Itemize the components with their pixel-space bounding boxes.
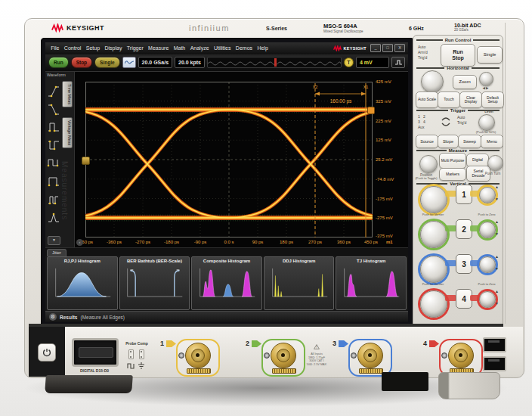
- single-button-hw[interactable]: Single: [477, 46, 503, 64]
- ch1-scale-knob[interactable]: [420, 186, 447, 213]
- channel1-ground-marker[interactable]: [82, 157, 90, 165]
- y-axis-label: -74.8 mV: [376, 177, 394, 182]
- single-button[interactable]: Single: [94, 57, 120, 68]
- screen: File Control Setup Display Trigger Measu…: [45, 42, 408, 322]
- ch2-offset-knob[interactable]: [479, 222, 496, 238]
- marker-x2-label[interactable]: X2: [313, 85, 318, 89]
- right-foot: [438, 372, 500, 399]
- probe-comp-pin[interactable]: [139, 349, 144, 359]
- zoom-button[interactable]: Zoom: [453, 75, 477, 89]
- memory-depth-field[interactable]: 20.0 kpts: [175, 57, 205, 68]
- horizontal-position-knob[interactable]: [421, 70, 444, 93]
- measure-entry-knob[interactable]: [487, 155, 503, 171]
- panel-composite-histogram[interactable]: Composite Histogram: [191, 256, 262, 310]
- close-button[interactable]: X: [394, 44, 405, 52]
- ch3-scale-knob[interactable]: [420, 256, 447, 283]
- power-button[interactable]: [38, 343, 56, 362]
- usb-port-top[interactable]: [483, 337, 506, 352]
- measure-position-knob[interactable]: [419, 155, 438, 173]
- menu-setup[interactable]: Setup: [84, 45, 103, 51]
- tab-jitter[interactable]: Jitter: [47, 249, 66, 256]
- sidebar-collapse-button[interactable]: ‹: [76, 239, 83, 246]
- gear-icon[interactable]: ⚙: [49, 313, 57, 321]
- waveform-plot-area[interactable]: X2 X1 160.00 ps 425 mV 325 mV 225 mV 125…: [75, 72, 408, 247]
- menu-help[interactable]: Help: [255, 45, 271, 51]
- keysight-spark-icon: [51, 23, 63, 33]
- menu-measure[interactable]: Measure: [146, 45, 172, 51]
- ch2-bnc-input[interactable]: [261, 339, 305, 377]
- panel-ddj-histogram[interactable]: DDJ Histogram: [264, 256, 335, 310]
- ch2-scale-knob[interactable]: [420, 221, 447, 248]
- ch1-up-icon: ▲: [495, 185, 499, 189]
- probe-comp-pin[interactable]: [128, 349, 134, 359]
- menu-bar: File Control Setup Display Trigger Measu…: [45, 42, 408, 54]
- trigger-slope-button[interactable]: Slope: [438, 135, 459, 148]
- usb-port-bottom[interactable]: [483, 356, 506, 371]
- horizontal-position-strip[interactable]: [207, 57, 342, 68]
- waveform-preview-button[interactable]: [122, 57, 136, 68]
- menu-display[interactable]: Display: [102, 45, 124, 51]
- horizontal-header: Horizontal: [447, 66, 469, 70]
- default-setup-button[interactable]: Default Setup: [481, 92, 504, 108]
- ch2-up-icon: ▲: [495, 219, 499, 224]
- ch4-bnc-input[interactable]: [439, 339, 483, 377]
- warning-mark: !: [316, 346, 317, 349]
- panel-rjpj-histogram[interactable]: RJ,PJ Histogram: [47, 256, 118, 310]
- sidebar-scroll-down-button[interactable]: ▼: [48, 236, 60, 245]
- menu-demos[interactable]: Demos: [234, 45, 255, 51]
- y-axis-label: 225 mV: [376, 119, 391, 123]
- ch4-scale-knob[interactable]: [420, 290, 447, 318]
- ch1-bnc-input[interactable]: [176, 339, 220, 377]
- digital-connector[interactable]: [72, 338, 119, 367]
- usb-ports[interactable]: [483, 337, 506, 375]
- ch4-offset-knob[interactable]: [479, 291, 496, 308]
- ch2-down-icon: ▼: [495, 231, 499, 236]
- trigger-source-button[interactable]: Source: [416, 135, 438, 148]
- minimize-button[interactable]: _: [370, 44, 381, 52]
- marker-handle[interactable]: [367, 107, 375, 114]
- horizontal-scale-knob[interactable]: [479, 72, 493, 86]
- menu-trigger[interactable]: Trigger: [125, 45, 146, 51]
- stop-button[interactable]: Stop: [71, 57, 92, 68]
- trigger-level-knob[interactable]: [478, 114, 495, 131]
- menu-utilities[interactable]: Utilities: [212, 45, 234, 51]
- ch3-bnc-input[interactable]: [348, 339, 392, 377]
- marker-x1-label[interactable]: X1: [363, 85, 369, 89]
- menu-analyze[interactable]: Analyze: [187, 45, 211, 51]
- markers-button[interactable]: Markers: [439, 168, 466, 181]
- ch1-arrow-icon: [166, 340, 176, 347]
- adc-sublabel: 20 GSa/s: [454, 28, 481, 32]
- product-wordmark: infiniium: [189, 23, 230, 33]
- panel-ber-bathtub[interactable]: BER Bathtub (BER-Scale): [119, 256, 190, 310]
- tab-voltage-meas[interactable]: Voltage Meas: [62, 117, 73, 148]
- timebase-position-marker[interactable]: [274, 58, 277, 67]
- tab-time-meas[interactable]: Time Meas: [62, 81, 73, 107]
- trigger-level-field[interactable]: 4 mV: [356, 57, 389, 68]
- auto-scale-button[interactable]: Auto Scale: [416, 92, 438, 108]
- vertical-channel-2-row: 2 ▲ ▼: [413, 221, 503, 251]
- trigger-menu-button[interactable]: Menu: [481, 135, 503, 148]
- keysight-logo: KEYSIGHT: [51, 23, 104, 33]
- measurement-icons[interactable]: [47, 81, 60, 229]
- run-stop-button[interactable]: Run Stop: [441, 44, 475, 67]
- run-control-header: Run Control: [445, 38, 472, 42]
- menu-math[interactable]: Math: [172, 45, 188, 51]
- maximize-button[interactable]: □: [382, 44, 393, 52]
- multi-purpose-button[interactable]: Multi Purpose: [439, 153, 466, 169]
- run-button[interactable]: Run: [48, 57, 69, 68]
- touch-button[interactable]: Touch: [438, 92, 460, 108]
- ch1-offset-knob[interactable]: [479, 187, 496, 203]
- panel-tj-histogram[interactable]: TJ Histogram: [336, 256, 407, 310]
- trigger-header: Trigger: [450, 108, 466, 113]
- menu-file[interactable]: File: [48, 45, 62, 51]
- bandwidth-label: 6 GHz: [409, 26, 424, 31]
- ch3-offset-knob[interactable]: [479, 256, 496, 273]
- y-axis-label: 325 mV: [376, 99, 391, 104]
- results-label: Results: [60, 315, 77, 320]
- trigger-setup-button[interactable]: [391, 57, 405, 68]
- menu-control[interactable]: Control: [62, 45, 84, 51]
- clear-display-button[interactable]: Clear Display: [459, 92, 482, 108]
- sample-rate-field[interactable]: 20.0 GSa/s: [138, 57, 172, 68]
- trigger-sweep-button[interactable]: Sweep: [458, 135, 481, 148]
- probe-comp-icons: [127, 362, 147, 371]
